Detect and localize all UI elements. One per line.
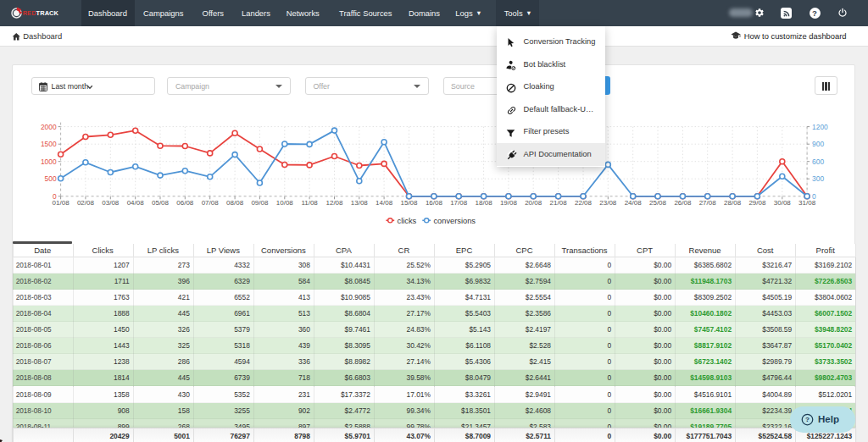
svg-text:900: 900 bbox=[812, 140, 824, 148]
svg-text:29/08: 29/08 bbox=[748, 199, 766, 207]
svg-text:11/08: 11/08 bbox=[301, 199, 318, 207]
svg-text:08/08: 08/08 bbox=[226, 199, 244, 207]
svg-text:27/08: 27/08 bbox=[699, 199, 717, 207]
svg-text:26/08: 26/08 bbox=[674, 199, 692, 207]
svg-text:20/08: 20/08 bbox=[525, 199, 542, 207]
svg-text:10/08: 10/08 bbox=[276, 199, 294, 207]
svg-text:300: 300 bbox=[812, 174, 824, 183]
svg-text:09/08: 09/08 bbox=[251, 199, 269, 207]
svg-text:07/08: 07/08 bbox=[202, 199, 220, 207]
svg-text:30/08: 30/08 bbox=[774, 199, 792, 207]
svg-text:1200: 1200 bbox=[812, 123, 828, 131]
svg-text:03/08: 03/08 bbox=[102, 199, 120, 207]
svg-text:21/08: 21/08 bbox=[550, 199, 568, 207]
svg-text:14/08: 14/08 bbox=[376, 199, 393, 207]
svg-text:19/08: 19/08 bbox=[500, 199, 518, 207]
svg-text:13/08: 13/08 bbox=[351, 199, 369, 207]
svg-text:500: 500 bbox=[45, 174, 57, 183]
svg-text:1000: 1000 bbox=[41, 157, 57, 166]
svg-text:04/08: 04/08 bbox=[127, 199, 145, 207]
svg-text:31/08: 31/08 bbox=[798, 199, 816, 207]
svg-text:16/08: 16/08 bbox=[426, 199, 443, 207]
svg-text:conversions: conversions bbox=[433, 217, 476, 225]
svg-text:05/08: 05/08 bbox=[152, 199, 170, 207]
svg-text:24/08: 24/08 bbox=[625, 199, 643, 207]
svg-text:01/08: 01/08 bbox=[53, 199, 70, 207]
svg-text:600: 600 bbox=[812, 157, 824, 166]
svg-text:23/08: 23/08 bbox=[599, 199, 617, 207]
svg-text:?: ? bbox=[805, 416, 810, 423]
svg-text:15/08: 15/08 bbox=[400, 199, 418, 207]
svg-text:1500: 1500 bbox=[41, 140, 57, 148]
svg-text:22/08: 22/08 bbox=[575, 199, 593, 207]
svg-text:25/08: 25/08 bbox=[649, 199, 667, 207]
svg-text:12/08: 12/08 bbox=[326, 199, 343, 207]
svg-text:28/08: 28/08 bbox=[724, 199, 742, 207]
svg-text:18/08: 18/08 bbox=[476, 199, 493, 207]
svg-text:17/08: 17/08 bbox=[450, 199, 468, 207]
svg-text:clicks: clicks bbox=[398, 217, 417, 225]
svg-text:02/08: 02/08 bbox=[77, 199, 95, 207]
svg-text:06/08: 06/08 bbox=[176, 199, 194, 207]
svg-text:2000: 2000 bbox=[41, 123, 57, 131]
